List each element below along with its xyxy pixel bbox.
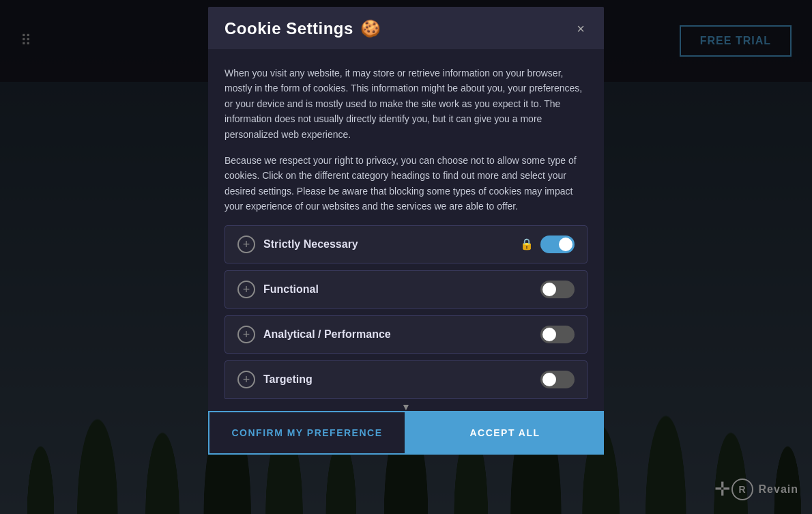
confirm-preference-button[interactable]: CONFIRM MY PREFERENCE xyxy=(208,411,406,455)
category-left-functional: + Functional xyxy=(237,281,319,298)
modal-title: Cookie Settings xyxy=(224,19,353,38)
category-right-strictly: 🔒 xyxy=(520,235,575,253)
toggle-knob-strictly xyxy=(559,238,572,251)
modal-description-1: When you visit any website, it may store… xyxy=(224,66,588,142)
modal-header: Cookie Settings 🍪 × xyxy=(208,7,604,49)
cookie-category-functional: + Functional xyxy=(224,270,588,309)
targeting-label: Targeting xyxy=(263,373,313,386)
scroll-indicator: ▼ xyxy=(224,399,588,411)
category-left-analytical: + Analytical / Performance xyxy=(237,326,391,343)
toggle-knob-analytical xyxy=(542,328,556,341)
toggle-knob-functional xyxy=(542,283,556,296)
strictly-necessary-label: Strictly Necessary xyxy=(263,238,358,251)
toggle-functional[interactable] xyxy=(540,281,575,298)
category-right-functional xyxy=(540,281,575,298)
toggle-analytical[interactable] xyxy=(540,326,575,343)
toggle-targeting[interactable] xyxy=(540,371,575,388)
toggle-strictly-necessary[interactable] xyxy=(540,235,575,253)
expand-analytical[interactable]: + xyxy=(237,326,255,343)
modal-close-button[interactable]: × xyxy=(574,19,588,38)
modal-description-2: Because we respect your right to privacy… xyxy=(224,153,588,214)
cookie-icon: 🍪 xyxy=(360,19,381,38)
functional-label: Functional xyxy=(263,283,319,296)
lock-icon: 🔒 xyxy=(520,238,534,251)
category-left-strictly: + Strictly Necessary xyxy=(237,235,358,253)
expand-targeting[interactable]: + xyxy=(237,371,255,388)
category-right-targeting xyxy=(540,371,575,388)
cookie-category-analytical: + Analytical / Performance xyxy=(224,315,588,354)
expand-functional[interactable]: + xyxy=(237,281,255,298)
modal-footer: CONFIRM MY PREFERENCE ACCEPT ALL xyxy=(208,411,604,455)
category-left-targeting: + Targeting xyxy=(237,371,313,388)
toggle-knob-targeting xyxy=(542,373,556,386)
modal-title-row: Cookie Settings 🍪 xyxy=(224,19,381,38)
accept-all-button[interactable]: ACCEPT ALL xyxy=(406,411,604,455)
category-right-analytical xyxy=(540,326,575,343)
cookie-category-targeting: + Targeting xyxy=(224,360,588,399)
cookie-category-strictly-necessary: + Strictly Necessary 🔒 xyxy=(224,225,588,263)
modal-body: When you visit any website, it may store… xyxy=(208,49,604,411)
cookie-settings-modal: Cookie Settings 🍪 × When you visit any w… xyxy=(208,7,604,455)
expand-strictly-necessary[interactable]: + xyxy=(237,235,255,253)
analytical-label: Analytical / Performance xyxy=(263,328,391,341)
